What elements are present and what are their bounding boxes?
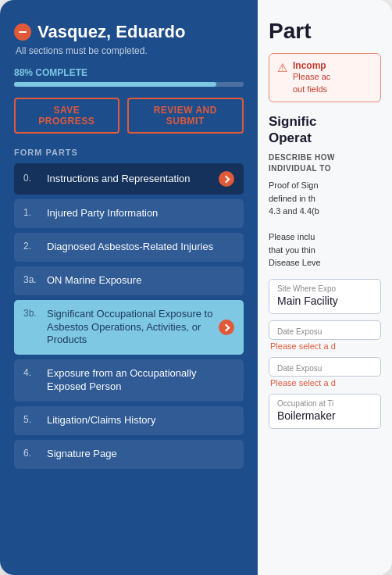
progress-bar-background [14,82,244,87]
item-label-5: Litigation/Claims History [47,414,155,427]
left-panel: Vasquez, Eduardo All sections must be co… [0,0,258,575]
item-num-3b: 3b. [23,308,41,319]
patient-subtitle: All sections must be completed. [16,45,244,56]
item-text-2: 2. Diagnosed Asbestos-Related Injuries [23,241,234,254]
item-text-0: 0. Instructions and Representation [23,173,214,186]
item-text-4: 4. Exposure from an Occupationally Expos… [23,367,234,394]
item-num-6: 6. [23,448,41,459]
arrow-icon-3b [219,320,234,335]
date-error-1: Please select a d [270,341,381,351]
arrow-icon-0 [219,171,234,187]
form-part-item-3b[interactable]: 3b. Significant Occupational Exposure to… [14,300,244,355]
patient-name: Vasquez, Eduardo [37,22,186,42]
right-content: Part ⚠ Incomp Please acout fields Signif… [258,0,392,446]
incomplete-box: ⚠ Incomp Please acout fields [269,53,381,102]
incomplete-content: Incomp Please acout fields [293,60,330,95]
item-num-3a: 3a. [23,274,41,285]
item-label-2: Diagnosed Asbestos-Related Injuries [47,241,213,254]
date-exposure-field-2[interactable]: Date Exposu [269,357,381,377]
date-error-2: Please select a d [270,378,381,388]
item-label-6: Signature Page [47,448,117,461]
date-exposure-label-1: Date Exposu [277,327,372,336]
occupation-field-value: Boilermaker [277,409,372,422]
site-field-group: Site Where Expo Main Facility [269,279,381,314]
item-label-0: Instructions and Representation [47,173,191,186]
section-title: SignificOperat [269,113,381,147]
progress-label: 88% COMPLETE [14,67,244,78]
body-text: Proof of Sign defined in th 4.3 and 4.4(… [269,179,381,270]
action-buttons: SAVE PROGRESS REVIEW AND SUBMIT [14,98,244,134]
occupation-field-label: Occupation at Ti [277,399,372,408]
minus-circle-icon[interactable] [14,23,31,41]
warning-icon: ⚠ [277,61,287,75]
incomplete-detail: Please acout fields [293,71,330,95]
item-text-6: 6. Signature Page [23,448,234,461]
form-parts-list: 0. Instructions and Representation 1. In… [14,163,244,469]
item-num-4: 4. [23,367,41,378]
progress-bar-fill [14,82,216,87]
site-field-label: Site Where Expo [277,284,372,293]
right-panel: Part ⚠ Incomp Please acout fields Signif… [258,0,392,575]
item-text-3a: 3a. ON Marine Exposure [23,274,234,288]
form-part-item-6[interactable]: 6. Signature Page [14,440,244,469]
form-part-item-3a[interactable]: 3a. ON Marine Exposure [14,266,244,295]
occupation-field-group: Occupation at Ti Boilermaker [269,394,381,429]
item-num-1: 1. [23,207,41,218]
describe-label: DESCRIBE HOWINDIVIDUAL TO [269,152,381,174]
form-part-item-5[interactable]: 5. Litigation/Claims History [14,406,244,435]
item-label-3b: Significant Occupational Exposure to Asb… [47,308,214,348]
item-label-3a: ON Marine Exposure [47,274,141,288]
form-part-item-4[interactable]: 4. Exposure from an Occupationally Expos… [14,359,244,402]
item-text-1: 1. Injured Party Information [23,207,234,220]
item-text-5: 5. Litigation/Claims History [23,414,234,427]
item-label-1: Injured Party Information [47,207,158,220]
form-part-item-2[interactable]: 2. Diagnosed Asbestos-Related Injuries [14,233,244,262]
item-num-2: 2. [23,241,41,252]
form-part-item-1[interactable]: 1. Injured Party Information [14,199,244,228]
item-num-5: 5. [23,414,41,425]
incomplete-title: Incomp [293,60,330,71]
date-exposure-label-2: Date Exposu [277,364,372,373]
form-part-item-0[interactable]: 0. Instructions and Representation [14,163,244,195]
header-row: Vasquez, Eduardo [14,22,244,42]
item-label-4: Exposure from an Occupationally Exposed … [47,367,234,394]
item-num-0: 0. [23,173,41,184]
save-progress-button[interactable]: SAVE PROGRESS [14,98,119,134]
form-parts-label: FORM PARTS [14,148,244,157]
date-exposure-field-1[interactable]: Date Exposu [269,320,381,340]
item-text-3b: 3b. Significant Occupational Exposure to… [23,308,214,348]
site-field-value: Main Facility [277,295,372,307]
right-panel-title: Part [269,19,381,44]
review-submit-button[interactable]: REVIEW AND SUBMIT [127,98,244,134]
